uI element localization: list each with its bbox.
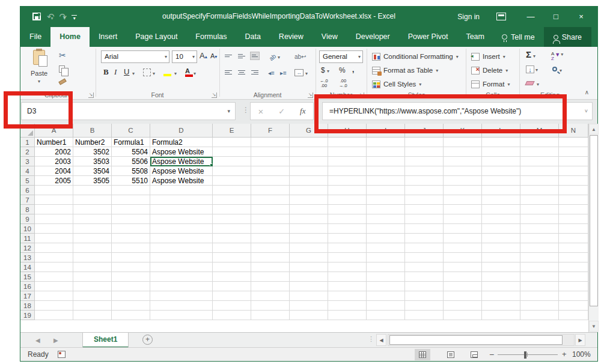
grid-cell[interactable] bbox=[290, 311, 328, 320]
grid-cell[interactable] bbox=[444, 282, 482, 291]
grid-cell[interactable] bbox=[405, 272, 444, 282]
grid-cell[interactable] bbox=[290, 138, 328, 147]
grid-cell[interactable] bbox=[213, 301, 251, 311]
align-middle-icon[interactable] bbox=[237, 52, 246, 60]
grid-cell[interactable] bbox=[482, 262, 520, 272]
grid-cell[interactable] bbox=[482, 234, 520, 243]
tab-data[interactable]: Data bbox=[236, 27, 269, 47]
grid-cell[interactable] bbox=[73, 301, 112, 311]
grid-cell[interactable] bbox=[73, 214, 112, 224]
fill-handle[interactable] bbox=[210, 163, 213, 166]
format-as-table-button[interactable]: Format as Table▾ bbox=[372, 64, 438, 76]
grid-cell[interactable] bbox=[35, 311, 73, 320]
grid-cell[interactable] bbox=[367, 262, 405, 272]
grid-cell[interactable] bbox=[290, 147, 328, 157]
grid-cell[interactable] bbox=[405, 214, 444, 224]
grid-cell[interactable] bbox=[251, 195, 290, 205]
grid-cell[interactable] bbox=[328, 166, 367, 176]
grid-cell[interactable] bbox=[405, 147, 444, 157]
grid-cell[interactable] bbox=[150, 214, 213, 224]
grid-cell[interactable] bbox=[328, 243, 367, 253]
row-header-9[interactable]: 9 bbox=[20, 214, 35, 224]
grid-cell[interactable] bbox=[73, 311, 112, 320]
grid-cell[interactable] bbox=[213, 205, 251, 214]
grid-cell[interactable] bbox=[405, 291, 444, 301]
delete-cells-dropdown[interactable]: ▾ bbox=[505, 68, 508, 73]
format-cells-button[interactable]: Format▾ bbox=[471, 78, 510, 90]
grid-cell[interactable] bbox=[112, 262, 150, 272]
tab-tell-me[interactable]: Tell me bbox=[493, 27, 543, 47]
zoom-in-button[interactable]: + bbox=[562, 348, 567, 361]
grid-cell[interactable] bbox=[213, 186, 251, 195]
grid-cell[interactable] bbox=[328, 311, 367, 320]
format-cells-dropdown[interactable]: ▾ bbox=[507, 82, 510, 87]
row-header-5[interactable]: 5 bbox=[20, 176, 35, 186]
format-painter-icon[interactable] bbox=[58, 78, 66, 85]
grid-cell[interactable] bbox=[482, 176, 520, 186]
grid-cell[interactable] bbox=[559, 166, 588, 176]
grid-cell[interactable] bbox=[520, 282, 559, 291]
row-header-3[interactable]: 3 bbox=[20, 157, 35, 166]
grid-cell[interactable] bbox=[328, 301, 367, 311]
grid-cell[interactable] bbox=[482, 282, 520, 291]
maximize-button[interactable]: □ bbox=[547, 6, 565, 27]
cell-B4[interactable]: 3504 bbox=[73, 166, 112, 176]
tab-page-layout[interactable]: Page Layout bbox=[126, 27, 186, 47]
grid-cell[interactable] bbox=[520, 157, 559, 166]
grid-cell[interactable] bbox=[251, 214, 290, 224]
grid-cell[interactable] bbox=[444, 147, 482, 157]
grid-cell[interactable] bbox=[559, 282, 588, 291]
grid-cell[interactable] bbox=[367, 282, 405, 291]
fill-color-dropdown[interactable]: ▾ bbox=[174, 71, 177, 76]
grid-cell[interactable] bbox=[290, 243, 328, 253]
insert-cells-button[interactable]: Insert▾ bbox=[471, 50, 505, 62]
grid-cell[interactable] bbox=[251, 176, 290, 186]
grid-cell[interactable] bbox=[520, 262, 559, 272]
grid-cell[interactable] bbox=[251, 262, 290, 272]
grid-cell[interactable] bbox=[559, 291, 588, 301]
tab-formulas[interactable]: Formulas bbox=[186, 27, 236, 47]
grid-cell[interactable] bbox=[35, 195, 73, 205]
grid-cell[interactable] bbox=[290, 301, 328, 311]
borders-dropdown[interactable]: ▾ bbox=[153, 71, 155, 76]
grid-cell[interactable] bbox=[444, 311, 482, 320]
row-header-13[interactable]: 13 bbox=[20, 253, 35, 262]
grid-cell[interactable] bbox=[444, 176, 482, 186]
grid-cell[interactable] bbox=[444, 186, 482, 195]
grid-cell[interactable] bbox=[35, 272, 73, 282]
merge-center-dropdown[interactable]: ▾ bbox=[305, 71, 308, 76]
grid-cell[interactable] bbox=[405, 205, 444, 214]
grid-cell[interactable] bbox=[290, 157, 328, 166]
grid-cell[interactable] bbox=[482, 166, 520, 176]
grid-cell[interactable] bbox=[367, 176, 405, 186]
cell-A2[interactable]: 2002 bbox=[35, 147, 73, 157]
grid-cell[interactable] bbox=[35, 205, 73, 214]
grid-cell[interactable] bbox=[559, 157, 588, 166]
grid-cell[interactable] bbox=[520, 205, 559, 214]
cell-C4[interactable]: 5508 bbox=[112, 166, 150, 176]
autosum-button[interactable]: Σ ▾ bbox=[526, 49, 535, 59]
sort-filter-button[interactable]: AZ ▼▾ bbox=[551, 52, 563, 61]
orientation-dropdown[interactable]: ▾ bbox=[278, 55, 280, 60]
grid-cell[interactable] bbox=[444, 301, 482, 311]
row-header-7[interactable]: 7 bbox=[20, 195, 35, 205]
redo-button[interactable]: ↷▾ bbox=[59, 6, 66, 27]
grid-cell[interactable] bbox=[73, 272, 112, 282]
grid-cell[interactable] bbox=[559, 272, 588, 282]
font-size-select[interactable]: 10▾ bbox=[172, 50, 197, 63]
cancel-icon[interactable]: × bbox=[258, 106, 263, 117]
increase-indent-icon[interactable]: ▸≡ bbox=[280, 70, 287, 76]
grid-cell[interactable] bbox=[520, 195, 559, 205]
font-color-dropdown[interactable]: ▾ bbox=[194, 71, 196, 76]
paste-button[interactable]: Paste ▾ bbox=[25, 50, 53, 88]
cell-C2[interactable]: 5504 bbox=[112, 147, 150, 157]
scroll-down-icon[interactable]: ▼ bbox=[589, 321, 599, 332]
cell-B5[interactable]: 3505 bbox=[73, 176, 112, 186]
grid-cell[interactable] bbox=[213, 147, 251, 157]
grid-cell[interactable] bbox=[482, 224, 520, 234]
grid-cell[interactable] bbox=[482, 205, 520, 214]
grid-cell[interactable] bbox=[150, 205, 213, 214]
undo-button[interactable]: ↶▾ bbox=[47, 6, 53, 27]
fill-button[interactable]: ↓▾ bbox=[526, 65, 538, 73]
grid-cell[interactable] bbox=[290, 214, 328, 224]
